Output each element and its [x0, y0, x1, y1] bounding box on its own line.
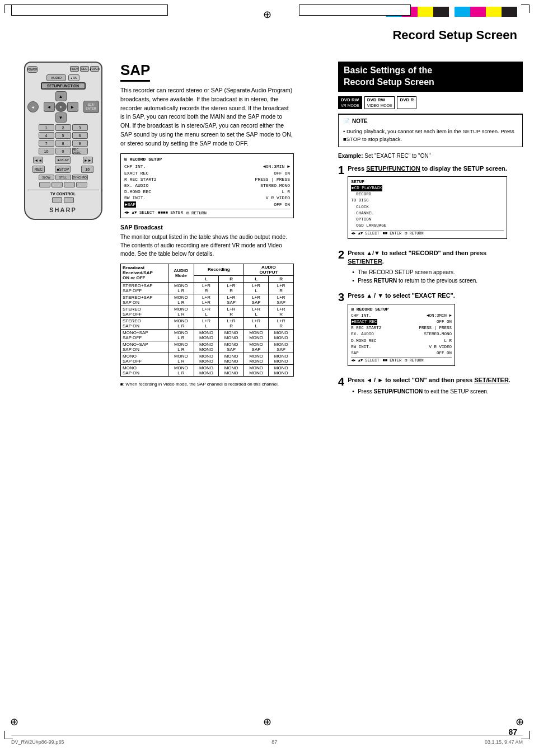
trim-mark-tl-v — [4, 4, 5, 13]
table-row: STEREO+SAPSAP ON MONOL R L+RL+R L+RSAP L… — [121, 294, 294, 306]
remote-panel: POWER PREV REC ▲OPEN AUDIO ● ON SETUP/FU… — [11, 62, 115, 220]
yellow-block — [418, 7, 433, 17]
table-row: MONO+SAPSAP ON MONOL R MONOMONO MONOSAP … — [121, 341, 294, 353]
stop-button: ■STOP — [55, 166, 71, 173]
table-row: MONOSAP OFF MONOL R MONOMONO MONOMONO MO… — [121, 353, 294, 364]
step-3: 3 Press ▲ / ▼ to select "EXACT REC". ⊞ R… — [338, 292, 523, 369]
step-4-number: 4 — [338, 376, 344, 387]
trim-mark-br-v — [529, 731, 530, 739]
table-note: ■: When recording in Video mode, the SAP… — [120, 381, 294, 387]
note-content: During playback, you cannot set each ite… — [343, 128, 514, 142]
page-title: Record Setup Screen — [392, 28, 517, 43]
step-2-bullets: The RECORD SETUP screen appears. Press R… — [352, 268, 523, 285]
step-3-title: Press ▲ / ▼ to select "EXACT REC". — [348, 292, 455, 300]
play-button: ►PLAY — [55, 156, 71, 164]
bottom-center-text: 87 — [271, 739, 277, 745]
mode-badges: DVD RWVR MODE DVD RWVIDEO MODE DVD R — [338, 96, 523, 109]
record-setup-screen-mockup: ⊞ RECORD SETUP CHP INT.◄ON:3MIN ► ►EXACT… — [348, 304, 455, 367]
setup-screen-mockup: SETUP ►CD PLAYBACK RECORD TO DISC CLOCK … — [348, 176, 507, 239]
sap-broadcast-title: SAP Broadcast — [120, 224, 294, 231]
note-title: 📄 NOTE — [343, 118, 518, 125]
dvd-rw-vr-badge: DVD RWVR MODE — [338, 96, 362, 109]
black-block2 — [502, 7, 517, 17]
table-subheader-r1: R — [219, 275, 244, 282]
set-enter-button: SET/ENTER — [83, 101, 99, 113]
step-1-number: 1 — [338, 165, 344, 176]
step-3-content: Press ▲ / ▼ to select "EXACT REC". ⊞ REC… — [348, 292, 455, 369]
table-row: STEREO+SAPSAP OFF MONOL R L+RR L+RR L+RL… — [121, 282, 294, 294]
table-header-audio-mode: AUDIOMode — [168, 264, 194, 282]
step-4-title: Press ◄ / ► to select "ON" and then pres… — [348, 376, 510, 384]
black-block — [433, 7, 449, 17]
table-row: MONO+SAPSAP OFF MONOL R MONOMONO MONOMON… — [121, 329, 294, 341]
brand-label: SHARP — [27, 206, 99, 213]
step-1-title: Press SETUP/FUNCTION to display the SETU… — [348, 165, 507, 173]
table-row: MONOSAP ON MONOL R MONOMONO MONOMONO MON… — [121, 364, 294, 376]
trim-mark-tl-h — [4, 4, 13, 5]
step-4: 4 Press ◄ / ► to select "ON" and then pr… — [338, 376, 523, 395]
top-registration-left — [11, 4, 168, 16]
step-2-title: Press ▲/▼ to select "RECORD" and then pr… — [348, 249, 523, 266]
note-box: 📄 NOTE • During playback, you cannot set… — [338, 114, 523, 147]
table-header-recording: Recording — [194, 264, 243, 275]
magenta-block2 — [470, 7, 486, 17]
sap-title: SAP — [120, 62, 150, 82]
sap-screen-mockup: ⊞ RECORD SETUP CHP INT.◄ON:3MIN ► EXACT … — [120, 153, 294, 218]
table-subheader-l1: L — [194, 275, 219, 282]
trim-mark-tr-h — [521, 4, 530, 5]
sap-body-text: This recorder can record stereo or SAP (… — [120, 86, 294, 148]
step-2-number: 2 — [338, 249, 344, 260]
trim-mark-tr-v — [529, 4, 530, 13]
trim-mark-br-h — [521, 739, 530, 739]
bottom-right-text: 03.1.15, 9:47 AM — [485, 739, 523, 745]
broadcast-table: BroadcastReceived/SAPON or OFF AUDIOMode… — [120, 264, 294, 377]
basic-settings-section: Basic Settings of the Record Setup Scree… — [338, 62, 523, 402]
step-1: 1 Press SETUP/FUNCTION to display the SE… — [338, 165, 523, 242]
step-4-bullets: Press SETUP/FUNCTION to exit the SETUP s… — [352, 387, 510, 396]
step-2-content: Press ▲/▼ to select "RECORD" and then pr… — [348, 249, 523, 285]
sap-broadcast-text: The monitor output listed in the table s… — [120, 233, 294, 258]
page-title-area: Record Setup Screen — [392, 28, 517, 43]
audio-button: AUDIO — [46, 74, 66, 81]
table-subheader-l2: L — [243, 275, 269, 282]
reg-mark-bottom-left: ⊕ — [10, 716, 18, 728]
step-4-content: Press ◄ / ► to select "ON" and then pres… — [348, 376, 510, 395]
trim-mark-bl-v — [4, 731, 5, 739]
table-row: STEREOSAP ON MONOL R L+RL L+RR L+RL L+RR — [121, 317, 294, 329]
reg-mark-bottom-center: ⊕ — [263, 716, 271, 728]
sap-section: SAP This recorder can record stereo or S… — [120, 62, 294, 387]
dvd-rw-video-badge: DVD RWVIDEO MODE — [364, 96, 395, 109]
dvd-r-badge: DVD R — [397, 96, 416, 109]
table-row: STEREOSAP OFF MONOL R L+RL L+RR L+RL L+R… — [121, 306, 294, 317]
reg-mark-bottom-right: ⊕ — [516, 716, 524, 728]
reg-mark-top-center: ⊕ — [263, 8, 271, 21]
step-1-content: Press SETUP/FUNCTION to display the SETU… — [348, 165, 507, 242]
trim-mark-bl-h — [4, 739, 13, 739]
table-header-broadcast: BroadcastReceived/SAPON or OFF — [121, 264, 168, 282]
basic-settings-title: Basic Settings of the Record Setup Scree… — [338, 62, 523, 92]
cyan-block2 — [455, 7, 470, 17]
bottom-bar: DV_RW2U#p86-99.p65 87 03.1.15, 9:47 AM — [11, 735, 523, 745]
step-2: 2 Press ▲/▼ to select "RECORD" and then … — [338, 249, 523, 285]
table-header-output: AUDIOOUTPUT — [243, 264, 293, 275]
top-registration-right — [299, 4, 411, 16]
step-3-number: 3 — [338, 292, 344, 303]
bottom-left-text: DV_RW2U#p86-99.p65 — [11, 739, 64, 745]
yellow-block2 — [486, 7, 502, 17]
setup-function-button: SETUP/FUNCTION — [41, 82, 86, 90]
table-subheader-r2: R — [269, 275, 294, 282]
example-text: Example: Set "EXACT REC" to "ON" — [338, 153, 523, 159]
tv-control-label: TV CONTROL — [27, 192, 99, 196]
remote-control: POWER PREV REC ▲OPEN AUDIO ● ON SETUP/FU… — [11, 62, 115, 220]
